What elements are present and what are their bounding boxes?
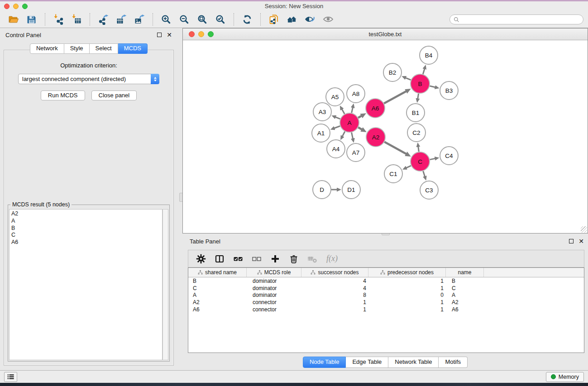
memory-button[interactable]: Memory	[546, 372, 584, 382]
node-A[interactable]: A	[340, 113, 359, 132]
cell: B	[188, 278, 247, 284]
add-column-icon[interactable]	[270, 253, 281, 264]
zoom-in-icon[interactable]	[159, 13, 173, 26]
import-network-icon[interactable]	[52, 13, 65, 26]
apply-layout-icon[interactable]	[285, 13, 299, 26]
export-table-icon[interactable]	[115, 13, 128, 26]
mcds-result-list[interactable]: A2ABCA6	[9, 209, 163, 360]
cell: B	[446, 278, 484, 284]
result-item[interactable]: A	[11, 218, 162, 225]
column-header-successor-nodes[interactable]: successor nodes	[301, 268, 368, 277]
node-C[interactable]: C	[411, 152, 430, 171]
node-A4[interactable]: A4	[327, 140, 345, 158]
search-box[interactable]	[449, 14, 583, 24]
minimize-window-button[interactable]	[13, 4, 19, 9]
node-C1[interactable]: C1	[384, 165, 402, 183]
node-B1[interactable]: B1	[406, 104, 425, 122]
table-float-panel-icon[interactable]	[569, 239, 574, 243]
zoom-out-icon[interactable]	[177, 13, 191, 26]
column-header-name[interactable]: name	[446, 268, 484, 277]
node-D1[interactable]: D1	[342, 181, 360, 199]
close-panel-button[interactable]: Close panel	[91, 91, 137, 100]
svg-text:A5: A5	[331, 94, 339, 100]
result-item[interactable]: B	[11, 225, 162, 232]
run-mcds-button[interactable]: Run MCDS	[41, 91, 85, 100]
table-row[interactable]: A2connector11A2	[188, 299, 584, 306]
node-A7[interactable]: A7	[347, 143, 365, 162]
result-item[interactable]: A6	[11, 239, 162, 246]
node-C2[interactable]: C2	[407, 124, 425, 142]
network-zoom-button[interactable]	[208, 31, 214, 37]
tab-edge-table[interactable]: Edge Table	[346, 357, 388, 368]
column-header-predecessor-nodes[interactable]: predecessor nodes	[368, 268, 446, 277]
deselect-all-icon[interactable]	[251, 253, 262, 264]
settings-gear-icon[interactable]	[196, 253, 206, 264]
result-scrollbar[interactable]	[163, 209, 168, 360]
show-panels-button[interactable]	[4, 372, 17, 382]
network-canvas[interactable]: B4B2BB3A8A5A6A3B1AA1C2A2A4A7C4CC1DD1C3	[183, 41, 588, 233]
refresh-icon[interactable]	[240, 13, 254, 26]
column-header-shared-name[interactable]: shared name	[188, 268, 247, 277]
node-A6[interactable]: A6	[366, 99, 385, 118]
save-session-icon[interactable]	[25, 13, 38, 26]
zoom-selected-icon[interactable]	[214, 13, 227, 26]
import-table-icon[interactable]	[70, 13, 83, 26]
close-panel-icon[interactable]: ✕	[167, 33, 172, 37]
node-D[interactable]: D	[313, 181, 331, 199]
table-close-panel-icon[interactable]: ✕	[578, 239, 584, 243]
edge-A-A6	[358, 116, 362, 118]
criterion-value: largest connected component (directed)	[19, 76, 151, 82]
node-A3[interactable]: A3	[313, 103, 331, 121]
table-row[interactable]: Adominator80A	[188, 291, 584, 299]
table-row[interactable]: Cdominator41C	[188, 285, 584, 292]
tab-network-table[interactable]: Network Table	[388, 357, 439, 368]
delete-column-icon[interactable]	[288, 253, 299, 264]
tab-network[interactable]: Network	[30, 43, 64, 54]
svg-text:B4: B4	[425, 52, 433, 59]
node-C4[interactable]: C4	[440, 147, 458, 165]
result-item[interactable]: C	[11, 232, 162, 239]
table-row[interactable]: Bdominator41B	[188, 277, 584, 285]
node-B[interactable]: B	[411, 74, 430, 93]
resize-grip-icon[interactable]	[581, 226, 587, 233]
node-A2[interactable]: A2	[366, 128, 385, 147]
select-all-icon[interactable]	[233, 253, 244, 264]
tab-style[interactable]: Style	[64, 43, 90, 54]
network-window-titlebar[interactable]: testGlobe.txt	[183, 29, 588, 40]
tab-node-table[interactable]: Node Table	[303, 357, 346, 368]
table-row[interactable]: A6connector11A6	[188, 306, 584, 313]
result-item[interactable]: A2	[11, 210, 162, 218]
tab-select[interactable]: Select	[90, 43, 118, 54]
node-B3[interactable]: B3	[440, 81, 458, 100]
node-B2[interactable]: B2	[383, 63, 402, 81]
float-panel-icon[interactable]	[157, 33, 162, 37]
tab-motifs[interactable]: Motifs	[439, 357, 468, 368]
edge-B-B2	[405, 78, 411, 80]
split-panel-icon[interactable]	[214, 253, 225, 264]
mcds-result-box: MCDS result (5 nodes) A2ABCA6	[8, 205, 170, 362]
export-network-icon[interactable]	[96, 13, 110, 26]
column-header-MCDS-role[interactable]: MCDS role	[247, 268, 301, 277]
criterion-dropdown[interactable]: largest connected component (directed)	[18, 74, 159, 84]
clone-network-icon[interactable]	[267, 13, 281, 26]
network-minimize-button[interactable]	[198, 31, 204, 37]
node-A8[interactable]: A8	[347, 85, 365, 103]
open-file-icon[interactable]	[7, 13, 20, 26]
edge-C-C1	[406, 166, 411, 168]
zoom-fit-icon[interactable]	[196, 13, 209, 26]
node-B4[interactable]: B4	[420, 46, 438, 64]
node-A5[interactable]: A5	[326, 88, 344, 106]
svg-text:A8: A8	[352, 91, 360, 97]
app-titlebar: Session: New Session	[0, 1, 588, 11]
node-C3[interactable]: C3	[420, 181, 438, 199]
graphics-details-icon[interactable]	[303, 13, 317, 26]
node-A1[interactable]: A1	[312, 124, 330, 142]
search-input[interactable]	[462, 16, 579, 23]
tab-mcds[interactable]: MCDS	[118, 43, 148, 54]
show-details-icon[interactable]	[321, 13, 335, 26]
zoom-window-button[interactable]	[22, 4, 28, 9]
export-image-icon[interactable]	[133, 13, 146, 26]
edge-B-B1	[418, 94, 419, 99]
close-window-button[interactable]	[4, 4, 10, 9]
network-close-button[interactable]	[189, 31, 195, 37]
